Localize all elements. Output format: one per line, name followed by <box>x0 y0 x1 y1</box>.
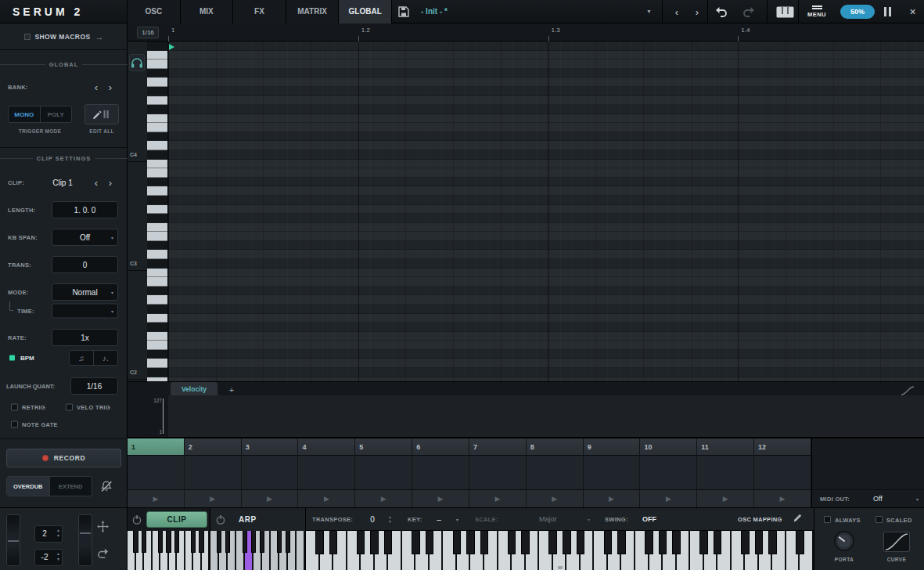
trans-field[interactable]: 0 <box>52 256 118 273</box>
piano-key-black[interactable] <box>466 531 475 554</box>
clip-slot-header[interactable]: 1 <box>128 438 185 456</box>
piano-key-black[interactable] <box>357 531 365 554</box>
save-preset-button[interactable] <box>397 5 412 18</box>
clip-power-button[interactable] <box>131 514 142 529</box>
clip-slot-body[interactable] <box>584 456 641 489</box>
pitch-wheel[interactable] <box>6 514 20 566</box>
bank-next-button[interactable]: › <box>105 81 116 93</box>
piano-key-black[interactable] <box>243 531 248 553</box>
poly-option[interactable]: POLY <box>41 106 72 122</box>
bpm-sync-led[interactable] <box>9 355 15 361</box>
redo-button[interactable] <box>737 0 760 23</box>
clip-slot-header[interactable]: 2 <box>185 438 242 456</box>
clip-slot-body[interactable] <box>754 456 811 489</box>
retrig-checkbox[interactable] <box>11 404 18 411</box>
key-white[interactable] <box>147 341 168 350</box>
rate-field[interactable]: 1x <box>52 329 118 346</box>
clip-slot-body[interactable] <box>412 456 469 489</box>
piano-key-black[interactable] <box>217 531 222 553</box>
clip-slot-header[interactable]: 11 <box>697 438 754 456</box>
clip-slot-header[interactable]: 9 <box>584 438 641 456</box>
velocity-lane[interactable]: 127 1 <box>128 395 924 438</box>
piano-key-black[interactable] <box>768 531 777 554</box>
clip-prev-button[interactable]: ‹ <box>91 177 102 189</box>
tab-global[interactable]: GLOBAL <box>339 0 392 23</box>
clip-slot-play-button[interactable]: ▶ <box>697 489 754 507</box>
preview-listen-button[interactable] <box>129 54 145 71</box>
clip-slot-play-button[interactable]: ▶ <box>754 489 811 507</box>
clip-mini-keyboard[interactable] <box>128 531 210 570</box>
show-macros-button[interactable]: SHOW MACROS → <box>0 23 128 50</box>
always-checkbox[interactable] <box>824 516 831 523</box>
key-black[interactable] <box>147 105 168 114</box>
keyboard-toggle-button[interactable] <box>771 0 798 23</box>
piano-key-black[interactable] <box>508 531 516 554</box>
osc-mapping-edit-button[interactable] <box>793 512 803 526</box>
key-white[interactable] <box>147 359 168 368</box>
clip-slot-body[interactable] <box>469 456 527 489</box>
clip-name-value[interactable]: Clip 1 <box>38 179 88 187</box>
clip-slot-header[interactable]: 3 <box>242 438 299 456</box>
time-dropdown[interactable]: ▾ <box>52 304 118 319</box>
velocity-lane-tab[interactable]: Velocity <box>171 382 218 396</box>
clip-slot-header[interactable]: 8 <box>527 438 584 456</box>
kb-span-dropdown[interactable]: Off ▾ <box>52 229 118 246</box>
clip-slot-play-button[interactable]: ▶ <box>469 489 527 507</box>
tab-osc[interactable]: OSC <box>128 0 181 23</box>
key-white[interactable] <box>147 168 168 178</box>
piano-key-black[interactable] <box>659 531 667 554</box>
arp-mini-keyboard[interactable] <box>210 531 305 570</box>
key-black[interactable] <box>147 41 168 51</box>
clip-slot-body[interactable] <box>355 456 412 489</box>
key-white[interactable] <box>147 232 168 241</box>
piano-key-black[interactable] <box>277 531 282 553</box>
piano-key-black[interactable] <box>741 531 750 554</box>
piano-key-black[interactable] <box>166 531 171 553</box>
piano-key-black[interactable] <box>225 531 231 553</box>
clip-slot-play-button[interactable]: ▶ <box>242 489 299 507</box>
velo-trig-checkbox[interactable] <box>66 404 73 411</box>
scaled-checkbox[interactable] <box>875 516 883 523</box>
launch-quant-field[interactable]: 1/16 <box>70 377 118 395</box>
clip-slot-body[interactable] <box>242 456 299 489</box>
timeline-ruler[interactable]: 1/16 11.21.31.4 <box>128 23 924 41</box>
key-white[interactable] <box>147 269 168 278</box>
piano-key-black[interactable] <box>384 531 393 554</box>
clip-slot-body[interactable] <box>527 456 584 489</box>
piano-key-black[interactable] <box>191 531 196 553</box>
preset-dropdown-icon[interactable]: ▼ <box>646 0 652 23</box>
key-black[interactable] <box>147 259 168 269</box>
clip-slot-body[interactable] <box>640 456 697 489</box>
key-white[interactable] <box>147 295 168 305</box>
key-white[interactable] <box>147 314 168 323</box>
bank-prev-button[interactable]: ‹ <box>91 81 102 93</box>
piano-key-black[interactable] <box>453 531 462 554</box>
edit-all-button[interactable] <box>84 104 119 124</box>
key-white[interactable] <box>147 223 168 233</box>
menu-button[interactable]: MENU <box>801 0 832 23</box>
key-white[interactable] <box>147 160 168 169</box>
porta-knob[interactable] <box>833 530 855 555</box>
clip-slot-body[interactable] <box>128 456 185 489</box>
key-dropdown[interactable]: – <box>431 515 447 524</box>
piano-key-black[interactable] <box>158 531 163 553</box>
clip-next-button[interactable]: › <box>105 177 116 189</box>
clip-slot-header[interactable]: 12 <box>754 438 811 456</box>
overdub-option[interactable]: OVERDUB <box>7 477 50 496</box>
piano-key-black[interactable] <box>521 531 530 554</box>
piano-key-black[interactable] <box>480 531 489 554</box>
piano-key-black[interactable] <box>426 531 434 554</box>
octave-stepper[interactable]: 2 ▴▾ <box>34 525 63 543</box>
clip-slot-header[interactable]: 5 <box>355 438 412 456</box>
triplet-note-button[interactable]: ♫ <box>70 351 94 365</box>
piano-key-black[interactable] <box>251 531 257 553</box>
swing-value[interactable]: OFF <box>642 515 656 523</box>
key-white[interactable] <box>147 96 168 106</box>
move-tool-button[interactable] <box>97 521 109 536</box>
key-white[interactable] <box>147 141 168 150</box>
key-white[interactable] <box>147 332 168 341</box>
key-white[interactable] <box>147 114 168 124</box>
undo-button[interactable] <box>709 0 732 23</box>
scale-dropdown[interactable]: Major <box>539 515 557 523</box>
key-black[interactable] <box>147 368 168 377</box>
